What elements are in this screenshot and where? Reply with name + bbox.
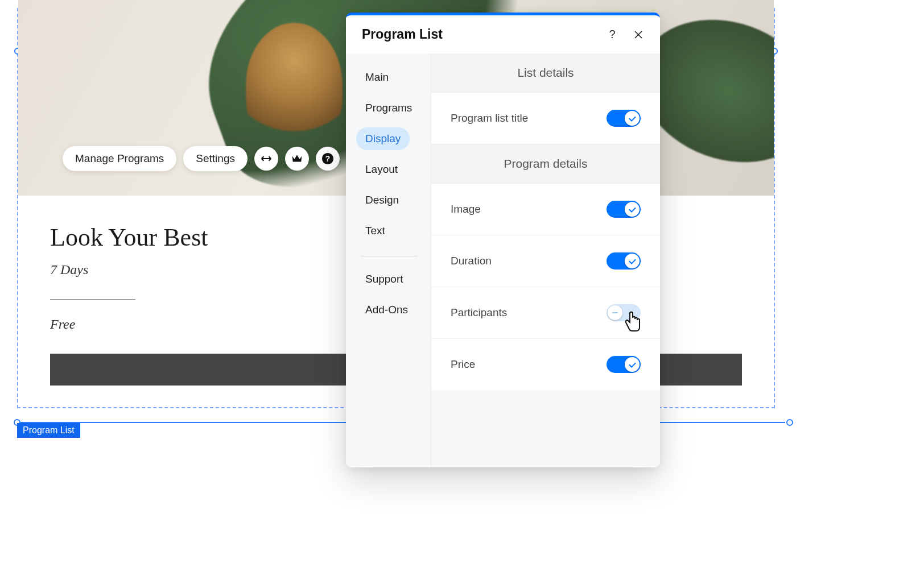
sidebar-item-design[interactable]: Design bbox=[356, 189, 408, 212]
section-header-program-details: Program details bbox=[431, 144, 660, 184]
setting-participants: Participants bbox=[431, 287, 660, 338]
help-icon[interactable]: ? bbox=[316, 147, 340, 171]
modal-sidebar: Main Programs Display Layout Design Text… bbox=[346, 53, 431, 467]
setting-label: Participants bbox=[451, 306, 507, 319]
settings-button[interactable]: Settings bbox=[183, 146, 248, 171]
setting-duration: Duration bbox=[431, 235, 660, 287]
sidebar-item-text[interactable]: Text bbox=[356, 219, 394, 242]
setting-label: Image bbox=[451, 203, 481, 215]
sidebar-item-programs[interactable]: Programs bbox=[356, 97, 421, 119]
modal-content: List details Program list title Program … bbox=[431, 53, 660, 467]
divider bbox=[50, 299, 135, 300]
stretch-icon[interactable] bbox=[254, 147, 278, 171]
resize-handle[interactable] bbox=[786, 419, 793, 426]
toggle-participants[interactable] bbox=[607, 304, 641, 321]
modal-header: Program List ? bbox=[346, 15, 660, 53]
selection-label: Program List bbox=[17, 423, 80, 438]
sidebar-separator bbox=[361, 256, 418, 256]
toggle-program-list-title[interactable] bbox=[607, 110, 641, 127]
sidebar-item-support[interactable]: Support bbox=[356, 268, 412, 291]
modal-title: Program List bbox=[362, 27, 443, 42]
setting-label: Duration bbox=[451, 255, 492, 267]
section-header-list-details: List details bbox=[431, 53, 660, 93]
setting-program-list-title: Program list title bbox=[431, 93, 660, 144]
toggle-image[interactable] bbox=[607, 201, 641, 218]
svg-text:?: ? bbox=[325, 155, 330, 163]
setting-label: Program list title bbox=[451, 112, 528, 125]
sidebar-item-main[interactable]: Main bbox=[356, 66, 398, 89]
program-list-settings-modal: Program List ? Main Programs Display Lay… bbox=[346, 13, 660, 467]
widget-toolbar: Manage Programs Settings ? bbox=[63, 146, 340, 171]
editor-canvas: Manage Programs Settings ? bbox=[0, 0, 924, 572]
toggle-price[interactable] bbox=[607, 356, 641, 373]
setting-image: Image bbox=[431, 184, 660, 235]
decorative-brush bbox=[246, 23, 343, 148]
close-icon[interactable] bbox=[632, 28, 645, 42]
sidebar-item-display[interactable]: Display bbox=[356, 127, 410, 150]
setting-price: Price bbox=[431, 338, 660, 390]
sidebar-item-layout[interactable]: Layout bbox=[356, 158, 407, 181]
toggle-duration[interactable] bbox=[607, 252, 641, 270]
help-icon[interactable]: ? bbox=[605, 28, 619, 42]
crown-icon[interactable] bbox=[285, 147, 309, 171]
sidebar-item-addons[interactable]: Add-Ons bbox=[356, 299, 417, 321]
manage-programs-button[interactable]: Manage Programs bbox=[63, 146, 176, 171]
setting-label: Price bbox=[451, 358, 475, 371]
